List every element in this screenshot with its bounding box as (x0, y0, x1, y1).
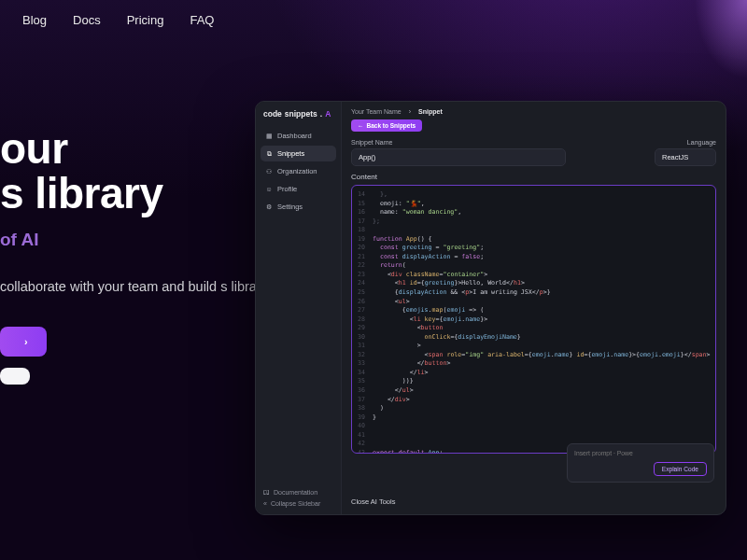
app-preview-window: codesnippets.A ▦ Dashboard ⧉ Snippets ⚇ … (255, 101, 726, 515)
nav-link-faq[interactable]: FAQ (190, 13, 214, 27)
snippet-name-input[interactable] (351, 148, 566, 166)
snippet-lang-select[interactable]: ReactJS (655, 148, 716, 166)
chevron-left-icon: ← (358, 122, 364, 129)
breadcrumb-current: Snippet (418, 108, 443, 115)
sidebar-footer-documentation[interactable]: 🕮 Documentation (263, 489, 333, 496)
top-nav: Blog Docs Pricing FAQ (0, 0, 747, 27)
sidebar-footer-collapse[interactable]: « Collapse Sidebar (263, 500, 333, 507)
snippet-lang-group: Language ReactJS (655, 139, 716, 166)
breadcrumb: Your Team Name › Snippet (342, 102, 726, 119)
code-icon: ⧉ (265, 150, 273, 158)
ai-prompt-panel: Explain Code (567, 443, 714, 483)
sidebar-item-snippets[interactable]: ⧉ Snippets (261, 146, 336, 161)
hero-title-line2: s library (0, 169, 163, 217)
secondary-cta-button[interactable] (0, 368, 30, 385)
grid-icon: ▦ (265, 133, 273, 140)
app-sidebar: codesnippets.A ▦ Dashboard ⧉ Snippets ⚇ … (256, 102, 342, 514)
code-editor-inner: 14 15 16 17 18 19 20 21 22 23 24 25 26 2… (352, 186, 715, 454)
users-icon: ⚇ (265, 168, 273, 175)
chevron-right-icon: › (409, 108, 411, 115)
back-button-label: Back to Snippets (367, 122, 416, 129)
sidebar-item-label: Snippets (277, 149, 304, 158)
logo-prefix: code (263, 109, 282, 119)
sidebar-item-label: Settings (277, 203, 303, 211)
logo-badge: A (325, 109, 331, 119)
doc-icon: 🕮 (263, 489, 270, 496)
nav-link-pricing[interactable]: Pricing (127, 13, 164, 27)
line-gutter: 14 15 16 17 18 19 20 21 22 23 24 25 26 2… (352, 186, 369, 454)
nav-link-blog[interactable]: Blog (22, 13, 47, 27)
primary-cta-button[interactable]: › (0, 327, 47, 357)
sidebar-item-label: Organization (277, 167, 317, 175)
nav-link-docs[interactable]: Docs (73, 13, 101, 27)
snippet-name-label: Snippet Name (351, 139, 566, 146)
snippet-meta-row: Snippet Name Language ReactJS (342, 137, 726, 166)
sidebar-item-organization[interactable]: ⚇ Organization (261, 163, 336, 179)
app-main: Your Team Name › Snippet ← Back to Snipp… (342, 102, 726, 514)
collapse-icon: « (263, 500, 267, 507)
back-to-snippets-button[interactable]: ← Back to Snippets (351, 119, 422, 132)
user-icon: ☺ (265, 186, 273, 193)
sidebar-item-label: Profile (277, 185, 297, 193)
explain-code-button[interactable]: Explain Code (654, 462, 707, 476)
sidebar-item-dashboard[interactable]: ▦ Dashboard (261, 128, 336, 144)
sidebar-item-profile[interactable]: ☺ Profile (261, 181, 336, 197)
sidebar-items: ▦ Dashboard ⧉ Snippets ⚇ Organization ☺ … (256, 124, 341, 218)
content-label: Content (342, 166, 726, 185)
code-content[interactable]: }, emoji: "💃", name: "woman dancing", };… (369, 186, 715, 454)
app-bottom-bar: Close AI Tools (342, 491, 726, 514)
sidebar-footer-label: Collapse Sidebar (271, 500, 320, 507)
snippet-name-group: Snippet Name (351, 139, 566, 166)
gear-icon: ⚙ (265, 203, 273, 211)
app-logo: codesnippets.A (256, 102, 341, 124)
code-editor[interactable]: 14 15 16 17 18 19 20 21 22 23 24 25 26 2… (351, 185, 716, 454)
chevron-right-icon: › (24, 336, 28, 347)
sidebar-item-settings[interactable]: ⚙ Settings (261, 199, 336, 215)
close-ai-tools-button[interactable]: Close AI Tools (351, 497, 395, 506)
sidebar-item-label: Dashboard (277, 132, 312, 140)
sidebar-footer: 🕮 Documentation « Collapse Sidebar (256, 483, 341, 514)
logo-dot: . (320, 109, 322, 119)
logo-suffix: snippets (285, 109, 317, 119)
breadcrumb-team[interactable]: Your Team Name (351, 108, 402, 115)
ai-prompt-input[interactable] (574, 450, 707, 456)
snippet-lang-label: Language (687, 139, 716, 146)
sidebar-footer-label: Documentation (274, 489, 317, 496)
hero-title-line1: our (0, 124, 68, 173)
